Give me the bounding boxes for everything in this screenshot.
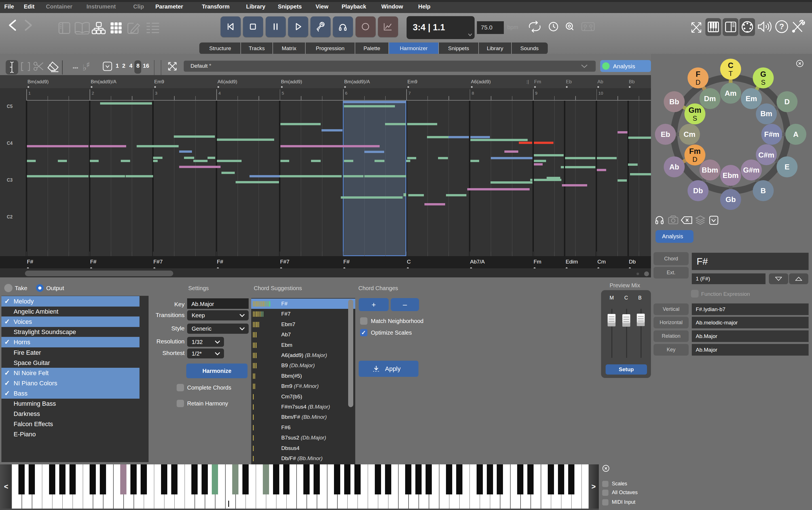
svg-text:D: D (784, 97, 790, 106)
svg-text:D: D (695, 79, 700, 86)
svg-text:Ebm: Ebm (723, 171, 738, 180)
svg-text:?: ? (779, 22, 784, 31)
svg-text:Cm: Cm (684, 130, 695, 139)
svg-text:A: A (793, 130, 799, 139)
svg-text:G: G (760, 70, 766, 79)
svg-text:Am: Am (725, 89, 736, 97)
svg-text:♭: ♭ (83, 63, 86, 72)
svg-text:E: E (784, 162, 789, 171)
svg-text:T: T (729, 70, 733, 77)
svg-text:Db: Db (693, 186, 703, 195)
svg-text:♯: ♯ (86, 61, 90, 68)
svg-text:Bbm: Bbm (702, 166, 718, 174)
svg-text:G#m: G#m (743, 166, 759, 174)
svg-text:C#m: C#m (758, 151, 774, 159)
svg-text:Gm: Gm (688, 106, 701, 115)
svg-text:Fm: Fm (689, 147, 701, 155)
svg-text:S: S (693, 115, 697, 122)
svg-text:B: B (761, 186, 766, 195)
svg-text:Ab: Ab (669, 162, 679, 171)
svg-text:D: D (692, 155, 697, 163)
svg-text:C: C (728, 61, 733, 70)
svg-text:Dm: Dm (704, 94, 716, 103)
svg-text:F: F (696, 70, 701, 79)
svg-text:S: S (761, 79, 765, 86)
svg-text:F#m: F#m (764, 130, 779, 139)
svg-text:Bb: Bb (669, 97, 679, 106)
svg-text:Eb: Eb (661, 130, 670, 139)
svg-text:Em: Em (746, 94, 757, 103)
svg-text:Gb: Gb (726, 195, 736, 204)
svg-text:Bm: Bm (760, 109, 772, 118)
